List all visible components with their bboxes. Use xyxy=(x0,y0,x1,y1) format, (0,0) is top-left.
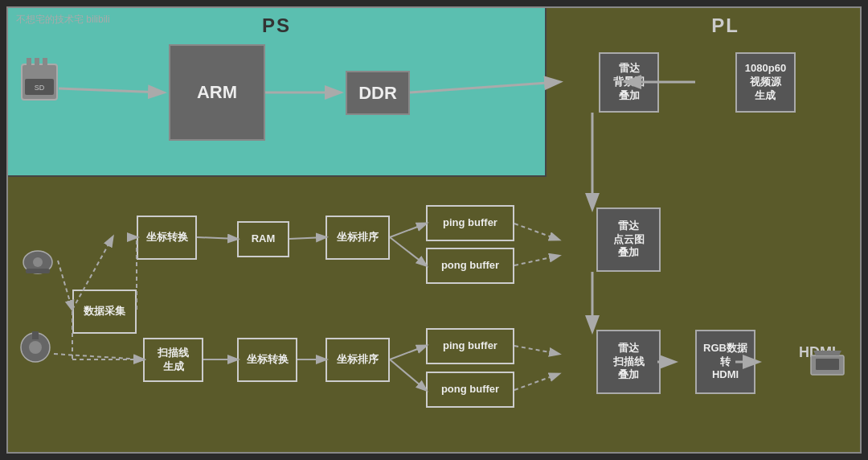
svg-line-40 xyxy=(514,346,559,354)
pong-buffer1-label: pong buffer xyxy=(441,259,499,273)
rgb-hdmi-block: RGB数据转HDMI xyxy=(695,330,755,394)
coord-convert1-block: 坐标转换 xyxy=(137,216,197,260)
ping-buffer1-label: ping buffer xyxy=(443,216,497,230)
watermark: 不想宅的技术宅 bilibili xyxy=(16,13,110,27)
svg-rect-14 xyxy=(816,359,839,370)
sd-card-icon: SD xyxy=(20,56,59,101)
svg-point-7 xyxy=(33,257,43,267)
scan-gen-block: 扫描线生成 xyxy=(143,338,203,382)
ps-label: PS xyxy=(262,14,291,37)
ram-label: RAM xyxy=(252,232,276,246)
video-source-block: 1080p60视频源生成 xyxy=(735,52,796,113)
svg-line-33 xyxy=(514,256,559,265)
coord-convert2-block: 坐标转换 xyxy=(237,338,297,382)
ddr-label: DDR xyxy=(358,83,397,104)
coord-sort1-block: 坐标排序 xyxy=(326,216,390,260)
arm-label: ARM xyxy=(197,82,237,103)
radar-cloud-block: 雷达点云图叠加 xyxy=(596,207,661,272)
pong-buffer2-label: pong buffer xyxy=(441,383,499,396)
pong-buffer2-block: pong buffer xyxy=(426,372,514,408)
svg-rect-2 xyxy=(35,58,39,69)
ram-block: RAM xyxy=(237,221,289,257)
radar-bg-block: 雷达背景图叠加 xyxy=(599,52,659,113)
svg-line-24 xyxy=(54,354,143,359)
video-source-label: 1080p60视频源生成 xyxy=(745,62,786,103)
coord-convert2-label: 坐标转换 xyxy=(247,353,289,367)
svg-line-38 xyxy=(390,346,426,359)
svg-rect-3 xyxy=(43,58,47,69)
scan-gen-label: 扫描线生成 xyxy=(158,347,189,374)
svg-line-30 xyxy=(390,224,426,237)
ping-buffer2-label: ping buffer xyxy=(443,339,497,353)
data-collect-block: 数据采集 xyxy=(72,290,137,334)
radar-scan-block: 雷达扫描线叠加 xyxy=(596,330,661,394)
coord-sort2-block: 坐标排序 xyxy=(326,338,390,382)
svg-line-39 xyxy=(390,359,426,390)
svg-rect-11 xyxy=(32,331,39,339)
radar-bg-label: 雷达背景图叠加 xyxy=(613,62,645,103)
ddr-block: DDR xyxy=(346,71,410,115)
hdmi-connector-icon xyxy=(809,349,845,380)
svg-marker-13 xyxy=(813,351,841,355)
svg-line-23 xyxy=(58,261,72,310)
data-collect-label: 数据采集 xyxy=(84,305,125,318)
ping-buffer1-block: ping buffer xyxy=(426,205,514,241)
svg-line-31 xyxy=(390,237,426,265)
svg-rect-1 xyxy=(27,58,31,69)
pl-label: PL xyxy=(711,14,739,37)
main-diagram: PS PL 不想宅的技术宅 bilibili SD ARM DDR 雷达背景图叠… xyxy=(6,6,862,454)
radar-scan-label: 雷达扫描线叠加 xyxy=(613,342,645,383)
arm-block: ARM xyxy=(169,44,265,141)
coord-sort1-label: 坐标排序 xyxy=(337,231,379,244)
svg-point-10 xyxy=(29,341,42,354)
coord-convert1-label: 坐标转换 xyxy=(146,231,188,244)
svg-line-28 xyxy=(197,237,237,239)
lidar-icon xyxy=(18,246,58,275)
svg-rect-8 xyxy=(26,269,50,273)
svg-line-29 xyxy=(289,237,326,239)
radar-cloud-label: 雷达点云图叠加 xyxy=(613,220,645,261)
svg-text:SD: SD xyxy=(35,84,45,92)
ping-buffer2-block: ping buffer xyxy=(426,328,514,364)
motor-icon xyxy=(18,330,54,366)
pong-buffer1-block: pong buffer xyxy=(426,248,514,284)
ps-region: PS xyxy=(8,8,547,177)
rgb-hdmi-label: RGB数据转HDMI xyxy=(703,342,747,383)
svg-line-32 xyxy=(514,224,559,240)
svg-line-41 xyxy=(514,374,559,390)
coord-sort2-label: 坐标排序 xyxy=(337,353,379,367)
